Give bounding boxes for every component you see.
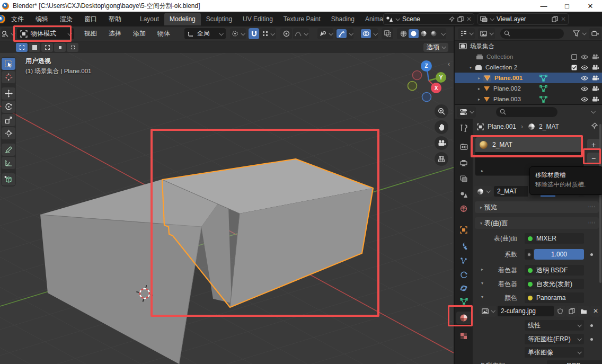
tab-render[interactable] [456, 140, 471, 153]
factor-socket[interactable] [525, 249, 533, 260]
exclude-checkbox[interactable] [571, 65, 577, 70]
tab-sculpting[interactable]: Sculpting [201, 13, 237, 25]
show-visibility-dropdown[interactable] [317, 28, 333, 39]
menu-help[interactable]: 帮助 [103, 13, 127, 26]
select-mode-extend[interactable] [29, 43, 40, 52]
outliner-row-collection-2[interactable]: ▾ Collection 2 [455, 62, 602, 73]
shading-dropdown-chevron[interactable] [441, 31, 445, 35]
viewport-3d[interactable]: 用户透视 (1) 场景集合 | Plane.001 [0, 53, 454, 364]
viewlayer-name[interactable]: ViewLayer [493, 15, 552, 23]
breadcrumb-object[interactable]: Plane.001 [488, 123, 516, 130]
outliner-row-plane-001[interactable]: ▸ Plane.001 [455, 73, 602, 83]
add-material-slot-button[interactable]: + [587, 139, 600, 150]
outliner-row-scene-collection[interactable]: 场景集合 [455, 41, 602, 51]
select-mode-intersect[interactable] [67, 43, 78, 52]
zoom-icon[interactable] [435, 104, 448, 118]
menu-add[interactable]: 添加 [127, 27, 152, 40]
mode-dropdown[interactable]: 物体模式 [17, 28, 74, 39]
hide-eye-icon[interactable] [581, 86, 588, 91]
outliner-filter-dropdown[interactable] [570, 28, 588, 39]
menu-view[interactable]: 视图 [78, 27, 103, 40]
animate-dot-icon[interactable] [590, 324, 593, 327]
image-fake-user-button[interactable] [554, 306, 565, 317]
tab-scene[interactable] [456, 188, 471, 201]
tool-annotate[interactable] [2, 144, 15, 156]
perspective-toggle-icon[interactable] [435, 152, 448, 166]
disable-render-camera-icon[interactable] [592, 65, 599, 70]
material-name-field[interactable]: 2_MAT [494, 186, 528, 197]
source-dropdown[interactable]: 单张图像 [525, 347, 584, 358]
hide-eye-icon[interactable] [581, 65, 588, 70]
disable-render-camera-icon[interactable] [592, 86, 599, 91]
tab-output[interactable] [456, 156, 471, 169]
colorspace-dropdown[interactable]: sRGB [547, 360, 602, 364]
disclosure-triangle-icon[interactable]: ▾ [467, 65, 474, 70]
menu-object[interactable]: 物体 [152, 27, 176, 40]
outliner-display-mode-dropdown[interactable] [458, 28, 475, 39]
sidebar-collapse-arrow[interactable]: ‹ [448, 60, 450, 68]
unlink-image-button[interactable]: ✕ [590, 306, 601, 317]
transform-orientation-dropdown[interactable]: 全局 [184, 28, 226, 39]
menu-render[interactable]: 渲染 [54, 13, 78, 26]
tab-modeling[interactable]: Modeling [164, 13, 201, 25]
new-collection-button[interactable] [589, 28, 601, 39]
animate-dot-icon[interactable] [590, 338, 593, 341]
disable-render-camera-icon[interactable] [592, 96, 599, 102]
tab-object-data[interactable] [456, 295, 471, 308]
shader1-button[interactable]: 透明 BSDF [525, 265, 584, 276]
proportional-editing-button[interactable] [280, 28, 292, 39]
gizmo-axis-z[interactable]: Z [421, 60, 432, 72]
disable-render-camera-icon[interactable] [592, 75, 599, 81]
copy-icon[interactable] [552, 16, 558, 22]
disclosure-triangle-icon[interactable]: ▸ [476, 76, 482, 81]
pin-icon[interactable] [591, 122, 598, 129]
pan-hand-icon[interactable] [435, 120, 448, 134]
overlays-dropdown[interactable] [360, 28, 378, 39]
gizmo-axis-y[interactable]: Y [436, 72, 446, 83]
close-button[interactable]: ✕ [579, 0, 602, 12]
mesh-data-icon[interactable] [539, 96, 547, 103]
panel-preview[interactable]: ▸ 预览 ∷∷ [475, 201, 599, 213]
blender-menu-icon[interactable] [0, 15, 5, 23]
hide-eye-icon[interactable] [581, 97, 588, 102]
select-mode-subtract[interactable] [41, 43, 53, 52]
minimize-button[interactable]: — [532, 0, 555, 12]
material-slot-active[interactable]: 2_MAT [475, 137, 583, 152]
tab-physics[interactable] [456, 269, 471, 281]
outliner-search-input[interactable] [500, 29, 564, 39]
properties-search-input[interactable] [496, 107, 557, 117]
pivot-point-dropdown[interactable] [230, 28, 246, 39]
remove-material-slot-button[interactable]: − [587, 153, 600, 164]
tab-uv-editing[interactable]: UV Editing [237, 13, 278, 25]
viewlayer-selector[interactable]: ViewLayer ✕ [477, 13, 569, 25]
tab-layout[interactable]: Layout [135, 13, 164, 25]
tab-texture-paint[interactable]: Texture Paint [278, 13, 326, 25]
shading-solid-button[interactable] [409, 29, 419, 38]
tab-material[interactable] [456, 312, 471, 324]
shading-wireframe-button[interactable] [399, 30, 409, 37]
select-mode-set[interactable] [16, 43, 28, 52]
scene-canvas[interactable] [0, 53, 454, 364]
browse-image-button[interactable] [480, 306, 497, 317]
tab-shading[interactable]: Shading [326, 13, 360, 25]
shading-rendered-button[interactable] [429, 30, 439, 37]
disclosure-triangle-icon[interactable]: ▸ [476, 97, 482, 102]
menu-window[interactable]: 窗口 [78, 13, 103, 26]
surface-shader-button[interactable]: MIXER [525, 233, 584, 244]
outliner-row-collection[interactable]: Collection [455, 51, 602, 62]
xray-toggle-button[interactable] [382, 28, 393, 39]
gizmo-axis-x[interactable]: X [431, 83, 441, 93]
mesh-data-icon[interactable] [539, 85, 547, 92]
slot-list-expand-icon[interactable]: ▸ [481, 168, 483, 173]
proportional-falloff-dropdown[interactable] [293, 28, 309, 39]
tool-select-box[interactable] [2, 58, 15, 70]
animate-dot-icon[interactable] [590, 253, 593, 256]
panel-grip-icon[interactable]: ∷∷ [589, 205, 596, 210]
shader2-button[interactable]: 自发光(发射) [525, 279, 584, 289]
snap-with-dropdown[interactable] [260, 28, 276, 39]
tab-constraints[interactable] [456, 282, 471, 295]
browse-material-button[interactable] [474, 186, 493, 197]
menu-file[interactable]: 文件 [5, 13, 30, 26]
tab-modifiers[interactable] [456, 239, 471, 252]
hide-eye-icon[interactable] [581, 76, 588, 81]
